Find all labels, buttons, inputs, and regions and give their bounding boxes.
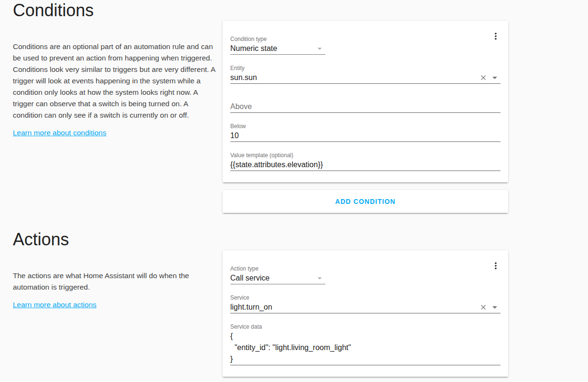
action-type-select[interactable]: Call service bbox=[230, 272, 325, 284]
action-type-value: Call service bbox=[230, 272, 270, 284]
caret-down-icon bbox=[489, 302, 500, 313]
kebab-menu-icon bbox=[490, 260, 501, 271]
condition-type-field: Condition type Numeric state bbox=[230, 35, 500, 55]
below-input[interactable] bbox=[230, 130, 500, 141]
value-template-input[interactable] bbox=[230, 159, 500, 171]
service-data-textarea[interactable]: { "entity_id": "light.living_room_light"… bbox=[230, 331, 500, 365]
learn-more-actions-link[interactable]: Learn more about actions bbox=[13, 301, 97, 309]
condition-type-value: Numeric state bbox=[230, 43, 277, 54]
entity-clear-button[interactable] bbox=[478, 72, 489, 83]
close-x-icon bbox=[479, 73, 488, 82]
entity-label: Entity bbox=[230, 64, 500, 72]
above-label-spacer bbox=[230, 93, 500, 101]
value-template-label: Value template (optional) bbox=[230, 151, 500, 159]
conditions-description: Conditions are an optional part of an au… bbox=[13, 41, 217, 121]
value-template-field: Value template (optional) bbox=[230, 151, 500, 171]
caret-down-icon bbox=[489, 72, 500, 83]
action-card: Action type Call service Service bbox=[223, 251, 508, 377]
service-field: Service bbox=[230, 294, 500, 313]
add-condition-button[interactable]: ADD CONDITION bbox=[223, 190, 508, 213]
below-field: Below bbox=[230, 122, 500, 142]
below-label: Below bbox=[230, 122, 500, 130]
service-data-label: Service data bbox=[230, 323, 500, 331]
above-input[interactable] bbox=[230, 101, 500, 112]
service-input[interactable] bbox=[230, 302, 478, 313]
service-clear-button[interactable] bbox=[478, 302, 489, 313]
service-data-field: Service data { "entity_id": "light.livin… bbox=[230, 323, 500, 365]
condition-more-options-icon[interactable] bbox=[490, 30, 501, 42]
action-type-label: Action type bbox=[230, 265, 500, 272]
kebab-menu-icon bbox=[490, 30, 501, 42]
entity-input[interactable] bbox=[230, 72, 478, 83]
condition-type-select[interactable]: Numeric state bbox=[230, 43, 325, 55]
entity-field: Entity bbox=[230, 64, 500, 84]
condition-card: Condition type Numeric state Entity bbox=[223, 21, 508, 182]
actions-description: The actions are what Home Assistant will… bbox=[13, 270, 217, 293]
service-label: Service bbox=[230, 294, 500, 302]
conditions-title: Conditions bbox=[13, 0, 217, 21]
entity-dropdown-button[interactable] bbox=[489, 72, 500, 83]
learn-more-conditions-link[interactable]: Learn more about conditions bbox=[13, 129, 106, 137]
close-x-icon bbox=[479, 303, 488, 312]
actions-intro: Actions The actions are what Home Assist… bbox=[13, 229, 217, 309]
action-type-field: Action type Call service bbox=[230, 265, 500, 284]
add-condition-label: ADD CONDITION bbox=[335, 198, 395, 205]
actions-title: Actions bbox=[13, 229, 217, 250]
condition-type-label: Condition type bbox=[230, 35, 500, 43]
conditions-intro: Conditions Conditions are an optional pa… bbox=[13, 0, 217, 137]
caret-down-icon bbox=[315, 273, 324, 283]
above-field bbox=[230, 93, 500, 113]
service-dropdown-button[interactable] bbox=[489, 302, 500, 313]
action-more-options-icon[interactable] bbox=[490, 260, 501, 271]
caret-down-icon bbox=[315, 44, 324, 53]
